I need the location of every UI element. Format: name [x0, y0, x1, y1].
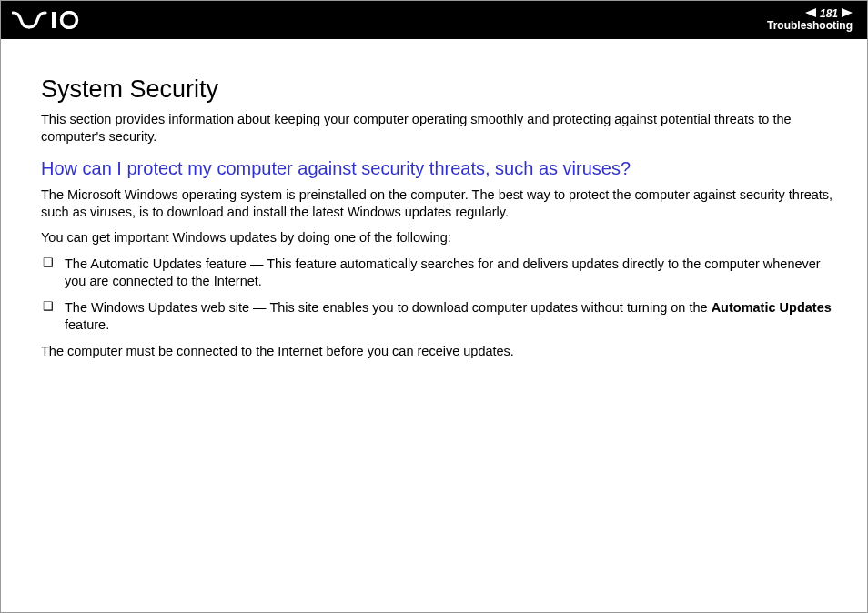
svg-point-1 — [62, 13, 77, 28]
vaio-logo — [12, 11, 99, 29]
svg-rect-0 — [52, 12, 56, 28]
bullet-text-post: feature. — [65, 317, 109, 332]
page-title: System Security — [41, 75, 842, 104]
bullet-text: The Automatic Updates feature — This fea… — [65, 256, 821, 288]
header-right: 181 Troubleshooting — [767, 8, 853, 32]
svg-marker-3 — [842, 8, 853, 17]
question-heading: How can I protect my computer against se… — [41, 158, 842, 179]
section-label: Troubleshooting — [767, 20, 853, 32]
svg-marker-2 — [805, 8, 816, 17]
list-item: The Automatic Updates feature — This fea… — [41, 256, 842, 290]
bullet-text-bold: Automatic Updates — [712, 300, 832, 315]
list-item: The Windows Updates web site — This site… — [41, 299, 842, 334]
document-header: 181 Troubleshooting — [1, 1, 867, 39]
intro-paragraph: This section provides information about … — [41, 111, 842, 146]
paragraph-2: You can get important Windows updates by… — [41, 229, 842, 246]
bullet-list: The Automatic Updates feature — This fea… — [41, 256, 842, 333]
paragraph-3: The computer must be connected to the In… — [41, 343, 842, 360]
page-content: System Security This section provides in… — [1, 39, 867, 359]
bullet-text-pre: The Windows Updates web site — This site… — [65, 300, 712, 315]
paragraph-1: The Microsoft Windows operating system i… — [41, 186, 842, 221]
